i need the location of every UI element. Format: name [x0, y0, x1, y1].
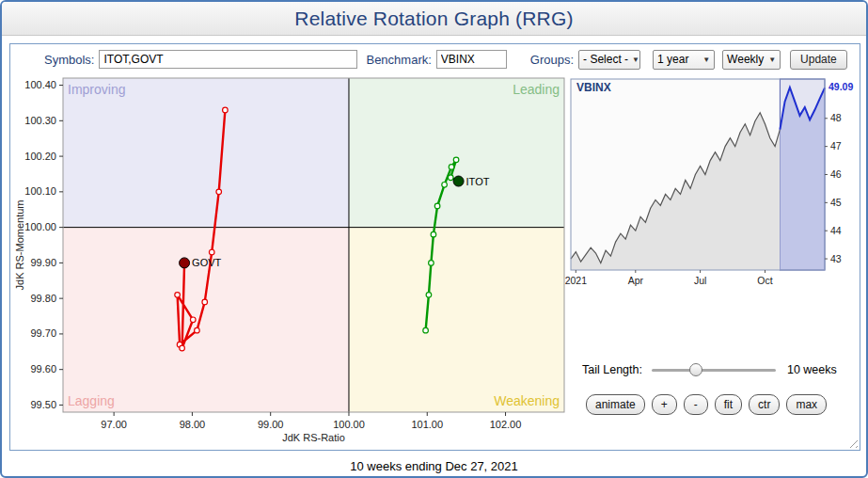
zoom-out-button[interactable]: -	[684, 394, 708, 415]
y-tick-label: 100.40	[24, 79, 56, 90]
itot-tail-point[interactable]	[453, 157, 459, 163]
bench-x-tick: Jul	[694, 275, 706, 286]
x-axis-title: JdK RS-Ratio	[282, 432, 345, 443]
govt-tail-point[interactable]	[216, 189, 222, 195]
bench-y-tick: 44	[830, 225, 842, 236]
y-tick-label: 100.30	[24, 115, 56, 126]
y-tick-label: 99.60	[30, 363, 56, 374]
x-tick-label: 102.00	[490, 419, 522, 430]
slider-track[interactable]	[652, 369, 776, 372]
tail-length-value: 10 weeks	[787, 363, 837, 376]
tail-length-row: Tail Length: 10 weeks	[582, 362, 857, 377]
quadrant-label-weakening: Weakening	[494, 393, 560, 408]
app-header: Relative Rotation Graph (RRG)	[2, 2, 866, 36]
bench-x-tick: 2021	[565, 275, 588, 286]
quadrant-label-leading: Leading	[513, 82, 560, 97]
x-tick-label: 97.00	[101, 419, 127, 430]
quadrant-lagging	[63, 228, 349, 412]
bench-y-tick: 43	[830, 253, 842, 264]
resize-handle[interactable]	[846, 437, 858, 448]
symbols-input[interactable]	[99, 50, 357, 69]
benchmark-label: Benchmark:	[366, 53, 431, 67]
govt-symbol-label: GOVT	[192, 257, 221, 268]
govt-tail-point[interactable]	[202, 299, 208, 305]
x-tick-label: 99.00	[258, 419, 284, 430]
itot-tail-point[interactable]	[449, 165, 454, 170]
itot-tail-point[interactable]	[426, 293, 432, 298]
period-select[interactable]: 1 year ▼	[653, 50, 715, 70]
y-tick-label: 100.10	[24, 185, 56, 197]
bench-y-tick: 47	[830, 140, 842, 151]
itot-tail-point[interactable]	[423, 327, 429, 333]
benchmark-title: VBINX	[576, 81, 611, 94]
itot-head-dot[interactable]	[453, 176, 464, 186]
govt-head-dot[interactable]	[180, 258, 190, 268]
chevron-down-icon: ▼	[702, 56, 710, 64]
rrg-app-window: Relative Rotation Graph (RRG) Symbols: B…	[0, 0, 868, 478]
update-button[interactable]: Update	[790, 50, 847, 70]
govt-tail-point[interactable]	[175, 293, 181, 298]
groups-select[interactable]: - Select - ▼	[578, 50, 640, 70]
x-tick-label: 101.00	[411, 419, 443, 430]
quadrant-label-lagging: Lagging	[68, 393, 115, 408]
y-tick-label: 99.80	[30, 293, 56, 304]
y-tick-label: 100.00	[24, 221, 56, 232]
benchmark-chart: 43444546474849.092021AprJulOctVBINX	[571, 78, 860, 289]
max-button[interactable]: max	[786, 394, 827, 415]
bench-x-tick: Apr	[628, 275, 644, 286]
groups-select-value: - Select -	[583, 53, 628, 66]
symbols-label: Symbols:	[44, 53, 94, 67]
footer-caption: 10 weeks ending Dec 27, 2021	[2, 459, 866, 473]
zoom-in-button[interactable]: +	[652, 394, 677, 415]
page-title: Relative Rotation Graph (RRG)	[294, 8, 573, 30]
itot-symbol-label: ITOT	[466, 176, 490, 187]
groups-label: Groups:	[530, 53, 574, 67]
govt-tail-point[interactable]	[209, 249, 214, 255]
chevron-down-icon: ▼	[632, 56, 639, 64]
benchmark-input[interactable]	[436, 50, 507, 69]
quadrant-weakening	[349, 228, 564, 412]
govt-tail-point[interactable]	[190, 317, 196, 323]
bench-y-tick: 48	[830, 112, 842, 123]
govt-tail-point[interactable]	[180, 345, 185, 351]
bench-y-tick: 45	[830, 197, 842, 208]
y-axis-title: JdK RS-Momentum	[14, 200, 25, 291]
itot-tail-point[interactable]	[442, 182, 448, 187]
itot-tail-point[interactable]	[434, 203, 440, 209]
frequency-select-value: Weekly	[727, 53, 764, 66]
tail-length-slider[interactable]	[652, 362, 776, 377]
fit-button[interactable]: fit	[715, 394, 742, 415]
y-tick-label: 100.20	[24, 151, 56, 162]
benchmark-last-value: 49.09	[829, 81, 853, 92]
itot-tail-point[interactable]	[429, 261, 434, 266]
quadrant-improving	[63, 78, 349, 228]
center-button[interactable]: ctr	[749, 394, 780, 415]
govt-tail-point[interactable]	[195, 327, 200, 333]
bench-x-tick: Oct	[757, 275, 772, 286]
tail-length-label: Tail Length:	[582, 363, 642, 376]
period-select-value: 1 year	[657, 53, 688, 66]
quadrant-leading	[349, 78, 564, 228]
bench-y-tick: 46	[830, 168, 842, 180]
y-tick-label: 99.90	[30, 257, 56, 268]
frequency-select[interactable]: Weekly ▼	[722, 50, 781, 70]
animate-button[interactable]: animate	[586, 394, 645, 415]
chevron-down-icon: ▼	[768, 56, 776, 64]
rrg-chart-svg[interactable]: ImprovingLeadingLaggingWeakening97.0098.…	[12, 74, 576, 449]
y-tick-label: 99.50	[30, 399, 56, 410]
rrg-panel: Symbols: Benchmark: Groups: - Select - ▼…	[9, 43, 860, 451]
quadrant-label-improving: Improving	[68, 82, 125, 97]
govt-tail-point[interactable]	[223, 107, 229, 113]
toolbar: Symbols: Benchmark: Groups: - Select - ▼…	[10, 47, 860, 72]
chart-controls: animate + - fit ctr max	[586, 394, 827, 415]
rrg-chart[interactable]: ImprovingLeadingLaggingWeakening97.0098.…	[12, 74, 576, 449]
slider-thumb[interactable]	[689, 363, 702, 376]
x-tick-label: 98.00	[180, 419, 206, 430]
itot-tail-point[interactable]	[448, 175, 453, 181]
itot-tail-point[interactable]	[431, 231, 436, 237]
y-tick-label: 99.70	[30, 327, 56, 339]
x-tick-label: 100.00	[333, 419, 365, 430]
benchmark-chart-svg: 43444546474849.092021AprJulOctVBINX	[571, 78, 860, 289]
